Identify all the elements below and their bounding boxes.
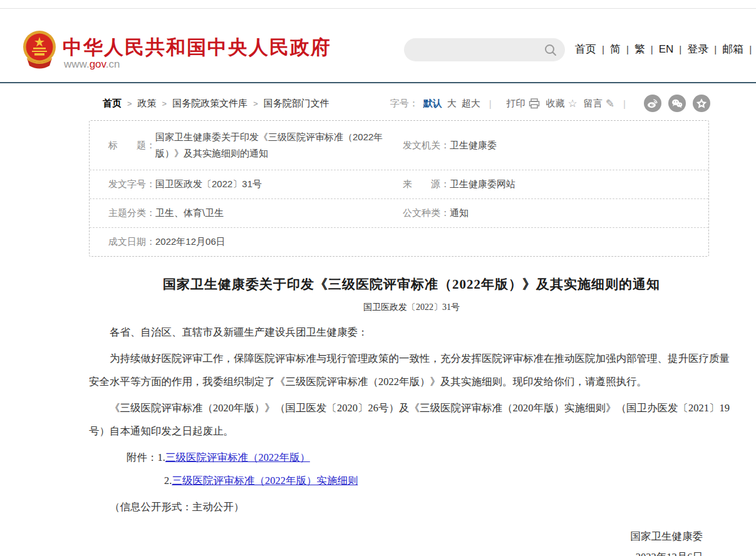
paragraph: 《三级医院评审标准（2020年版）》（国卫医发〔2020〕26号）及《三级医院评… [89,396,734,443]
pencil-icon: ✎ [606,97,614,110]
search-icon[interactable] [544,43,557,57]
wechat-share-icon[interactable] [668,95,686,112]
page-title: 国家卫生健康委关于印发《三级医院评审标准（2022年版）》及其实施细则的通知 [89,275,734,293]
qzone-share-icon[interactable] [693,95,710,112]
comment-button[interactable]: 留言 ✎ [584,97,614,110]
share-icons [637,95,710,112]
print-button[interactable]: 打印 [507,98,540,110]
page-toolbar: 字号： 默认 大 超大 | 打印 收藏 ☆ 留言 ✎ | [390,95,710,112]
weibo-share-icon[interactable] [644,95,661,112]
search-bar[interactable] [404,38,565,61]
signer: 国家卫生健康委 [89,526,703,547]
attachments-label: 附件： [127,451,158,463]
breadcrumb: 首页>政策>国务院政策文件库>国务院部门文件 [103,98,329,110]
table-row: 发文字号： 国卫医政发〔2022〕31号 来 源： 卫生健康委网站 [90,170,708,199]
nav-home[interactable]: 首页 [575,43,596,55]
font-size-label: 字号： [390,98,418,110]
meta-value-source: 卫生健康委网站 [450,178,515,190]
chevron-right-icon: > [162,99,167,108]
font-size-default[interactable]: 默认 [423,98,442,110]
meta-label-date: 成文日期： [108,236,155,248]
meta-value-issuing-agency: 卫生健康委 [450,140,497,152]
sign-date: 2022年12月6日 [89,547,703,556]
meta-label-doc-number: 发文字号： [108,178,155,190]
star-icon: ☆ [568,97,577,110]
top-divider [0,8,756,9]
paragraph: 为持续做好医院评审工作，保障医院评审标准与现行管理政策的一致性，充分发挥医院评审… [89,347,734,393]
favorite-button[interactable]: 收藏 ☆ [546,97,577,110]
attachment-link-1[interactable]: 三级医院评审标准（2022年版） [165,451,310,463]
meta-value-doc-type: 通知 [450,207,469,219]
nav-simplified[interactable]: 简 [610,43,621,55]
document-number: 国卫医政发〔2022〕31号 [89,302,734,313]
site-title: 中华人民共和国中央人民政府 [63,34,331,61]
attachment-link-2[interactable]: 三级医院评审标准（2022年版）实施细则 [172,475,358,487]
breadcrumb-home[interactable]: 首页 [103,98,122,108]
meta-label-source: 来 源： [403,178,450,190]
signature-block: 国家卫生健康委 2022年12月6日 [89,526,734,556]
meta-label-doc-type: 公文种类： [403,207,450,219]
attachment-2-number: 2. [164,475,172,487]
meta-value-title: 国家卫生健康委关于印发《三级医院评审标准（2022年版）》及其实施细则的通知 [155,129,403,162]
chevron-right-icon: > [253,99,258,108]
breadcrumb-dept-docs[interactable]: 国务院部门文件 [264,98,329,108]
header-nav: 首页|简|繁|EN|登录|邮箱|无障碍 [575,42,756,56]
table-row: 成文日期： 2022年12月06日 [90,228,708,256]
font-size-xlarge[interactable]: 超大 [462,98,480,110]
nav-english[interactable]: EN [659,43,674,55]
meta-label-title: 标 题： [108,140,155,152]
document-meta-table: 标 题： 国家卫生健康委关于印发《三级医院评审标准（2022年版）》及其实施细则… [89,120,709,257]
site-header: 中华人民共和国中央人民政府 www.gov.cn 首页|简|繁|EN|登录|邮箱… [0,0,756,82]
document-article: 国家卫生健康委关于印发《三级医院评审标准（2022年版）》及其实施细则的通知 国… [89,275,734,556]
meta-value-category: 卫生、体育\卫生 [155,207,224,219]
table-row: 标 题： 国家卫生健康委关于印发《三级医院评审标准（2022年版）》及其实施细则… [90,121,708,170]
meta-label-category: 主题分类： [108,207,155,219]
chevron-right-icon: > [127,99,132,108]
meta-value-date: 2022年12月06日 [155,236,225,248]
search-input[interactable] [414,41,544,59]
header-rule [0,82,756,83]
attachment-line-2: 2.三级医院评审标准（2022年版）实施细则 [127,469,734,492]
breadcrumb-policy[interactable]: 政策 [138,98,157,108]
site-url: www.gov.cn [64,58,120,71]
nav-mail[interactable]: 邮箱 [722,43,743,55]
salutation: 各省、自治区、直辖市及新疆生产建设兵团卫生健康委： [89,321,734,344]
national-emblem-icon [22,29,57,73]
nav-traditional[interactable]: 繁 [634,43,645,55]
font-size-large[interactable]: 大 [447,98,457,110]
breadcrumb-policy-library[interactable]: 国务院政策文件库 [172,98,247,108]
attachments: 附件：1.三级医院评审标准（2022年版） 2.三级医院评审标准（2022年版）… [127,446,734,492]
main-content: 首页>政策>国务院政策文件库>国务院部门文件 字号： 默认 大 超大 | 打印 … [89,94,734,556]
printer-icon [529,98,540,109]
meta-value-doc-number: 国卫医政发〔2022〕31号 [155,178,262,190]
table-row: 主题分类： 卫生、体育\卫生 公文种类： 通知 [90,199,708,228]
disclosure-note: （信息公开形式：主动公开） [89,495,734,518]
meta-label-issuing-agency: 发文机关： [403,140,450,152]
nav-login[interactable]: 登录 [687,43,708,55]
attachment-1-number: 1. [158,451,165,463]
attachment-line-1: 附件：1.三级医院评审标准（2022年版） [127,446,734,469]
